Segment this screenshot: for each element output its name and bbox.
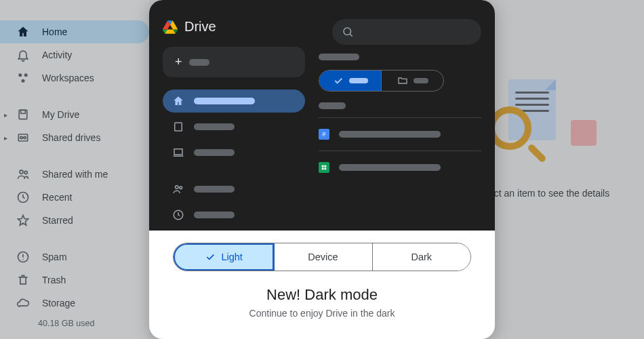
check-icon [333, 75, 344, 86]
folder-icon [397, 75, 408, 86]
preview-main [319, 47, 481, 226]
clock-icon [172, 209, 184, 221]
svg-point-15 [176, 186, 179, 189]
preview-nav-shared [163, 178, 305, 201]
preview-sidebar: + [163, 47, 305, 226]
preview-search [332, 19, 481, 45]
theme-preview: Drive + [149, 0, 495, 231]
theme-option-light[interactable]: Light [173, 243, 275, 271]
modal-subtitle: Continue to enjoy Drive in the dark [169, 308, 475, 319]
drive-logo-icon [163, 20, 178, 34]
svg-rect-13 [175, 123, 182, 131]
preview-nav-drive [163, 115, 305, 138]
svg-rect-14 [174, 149, 182, 155]
search-icon [342, 26, 354, 38]
preview-nav-home [163, 89, 305, 113]
plus-icon: + [175, 55, 182, 69]
check-icon [205, 252, 216, 262]
people-icon [172, 183, 184, 195]
svg-point-16 [180, 186, 182, 189]
preview-chip-selected [319, 71, 382, 91]
drive-icon [172, 121, 184, 133]
laptop-icon [172, 146, 184, 159]
docs-icon [319, 129, 329, 140]
preview-file-row [319, 126, 481, 142]
dark-mode-modal: Drive + [149, 0, 495, 339]
theme-label: Dark [411, 252, 432, 262]
preview-filter-chips [319, 70, 444, 92]
sheets-icon [319, 162, 329, 173]
svg-point-12 [344, 28, 351, 35]
theme-option-device[interactable]: Device [274, 243, 372, 271]
preview-nav-recent [163, 203, 305, 226]
theme-label: Device [308, 252, 338, 262]
preview-file-row [319, 159, 481, 176]
preview-new-button: + [163, 47, 305, 77]
theme-option-dark[interactable]: Dark [373, 243, 470, 271]
preview-chip-folder [382, 71, 443, 91]
preview-app-title: Drive [184, 19, 216, 35]
modal-title: New! Dark mode [169, 286, 475, 304]
theme-label: Light [221, 252, 242, 262]
preview-nav-computers [163, 141, 305, 164]
home-icon [172, 95, 184, 107]
theme-segmented-control: Light Device Dark [173, 243, 471, 271]
